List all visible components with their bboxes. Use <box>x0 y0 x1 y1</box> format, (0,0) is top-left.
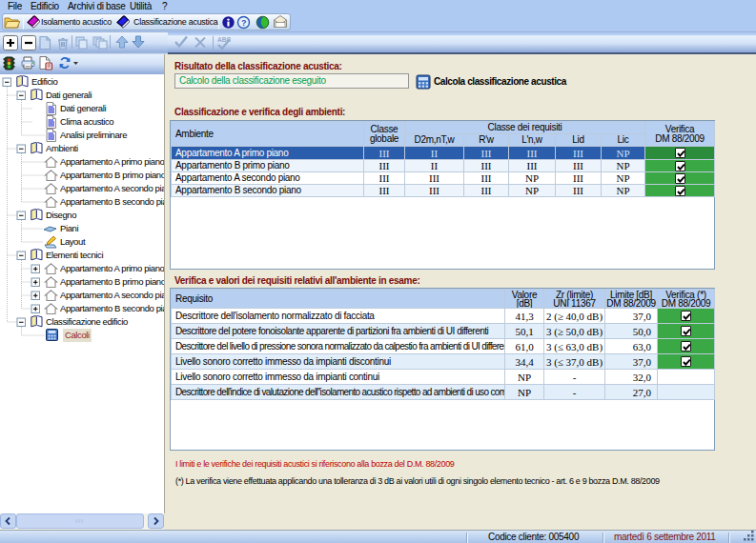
svg-text:?: ? <box>241 18 246 28</box>
